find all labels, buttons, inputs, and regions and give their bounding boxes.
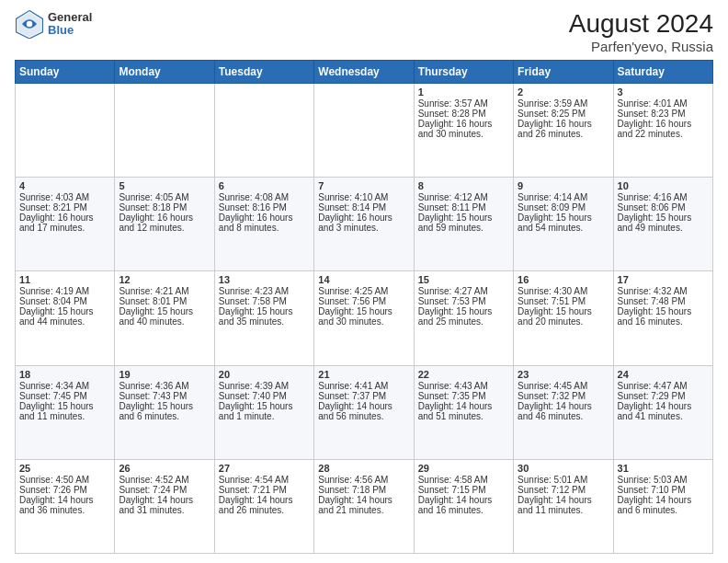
day-info: Daylight: 14 hours and 21 minutes. [318, 495, 409, 515]
logo-text: General Blue [48, 11, 92, 38]
day-info: Sunrise: 4:36 AM [119, 381, 210, 391]
day-info: Sunset: 8:01 PM [119, 296, 210, 306]
header: General Blue August 2024 Parfen'yevo, Ru… [15, 9, 713, 54]
week-row-4: 18Sunrise: 4:34 AMSunset: 7:45 PMDayligh… [16, 365, 713, 459]
day-info: Sunrise: 4:03 AM [19, 192, 110, 202]
day-number: 19 [119, 369, 210, 380]
calendar-cell: 10Sunrise: 4:16 AMSunset: 8:06 PMDayligh… [613, 178, 712, 271]
calendar-cell: 18Sunrise: 4:34 AMSunset: 7:45 PMDayligh… [16, 365, 115, 459]
day-info: Daylight: 14 hours and 11 minutes. [518, 495, 609, 515]
day-info: Daylight: 15 hours and 30 minutes. [318, 306, 409, 327]
calendar-cell: 29Sunrise: 4:58 AMSunset: 7:15 PMDayligh… [414, 459, 513, 553]
day-info: Sunrise: 4:05 AM [119, 192, 210, 202]
day-number: 10 [618, 180, 709, 191]
day-number: 5 [119, 180, 210, 191]
calendar-cell: 11Sunrise: 4:19 AMSunset: 8:04 PMDayligh… [16, 271, 115, 365]
day-info: Sunrise: 4:50 AM [19, 475, 110, 485]
day-info: Sunset: 8:06 PM [618, 202, 709, 213]
day-info: Sunrise: 4:52 AM [119, 475, 210, 485]
days-row: SundayMondayTuesdayWednesdayThursdayFrid… [16, 61, 713, 84]
day-info: Sunset: 8:21 PM [19, 202, 110, 213]
calendar-cell: 24Sunrise: 4:47 AMSunset: 7:29 PMDayligh… [613, 365, 712, 459]
calendar-cell: 28Sunrise: 4:56 AMSunset: 7:18 PMDayligh… [314, 459, 414, 553]
day-info: Daylight: 14 hours and 6 minutes. [618, 495, 709, 515]
day-header-saturday: Saturday [613, 61, 712, 84]
day-info: Sunrise: 4:30 AM [518, 286, 609, 296]
day-info: Sunset: 7:10 PM [618, 485, 709, 495]
day-number: 11 [19, 274, 110, 285]
day-number: 20 [219, 369, 310, 380]
day-info: Sunset: 7:58 PM [219, 296, 310, 306]
calendar-cell: 26Sunrise: 4:52 AMSunset: 7:24 PMDayligh… [115, 459, 214, 553]
logo: General Blue [15, 9, 92, 39]
day-number: 14 [318, 274, 409, 285]
day-number: 9 [518, 180, 609, 191]
day-info: Sunset: 8:25 PM [518, 109, 609, 119]
calendar-cell: 30Sunrise: 5:01 AMSunset: 7:12 PMDayligh… [514, 459, 613, 553]
day-info: Sunrise: 4:54 AM [219, 475, 310, 485]
day-number: 27 [219, 463, 310, 474]
day-info: Sunset: 7:51 PM [518, 296, 609, 306]
day-number: 15 [418, 274, 509, 285]
day-info: Sunrise: 4:21 AM [119, 286, 210, 296]
day-info: Sunrise: 4:43 AM [418, 381, 509, 391]
calendar-cell: 9Sunrise: 4:14 AMSunset: 8:09 PMDaylight… [514, 178, 613, 271]
calendar-cell: 4Sunrise: 4:03 AMSunset: 8:21 PMDaylight… [16, 178, 115, 271]
day-header-wednesday: Wednesday [314, 61, 414, 84]
day-number: 28 [318, 463, 409, 474]
day-info: Daylight: 16 hours and 17 minutes. [19, 213, 110, 233]
calendar-cell: 1Sunrise: 3:57 AMSunset: 8:28 PMDaylight… [414, 84, 513, 178]
day-info: Daylight: 16 hours and 8 minutes. [219, 213, 310, 233]
day-number: 26 [119, 463, 210, 474]
day-info: Daylight: 15 hours and 1 minute. [219, 401, 310, 421]
day-info: Sunrise: 4:25 AM [318, 286, 409, 296]
day-info: Daylight: 14 hours and 46 minutes. [518, 401, 609, 421]
day-number: 3 [618, 86, 709, 98]
calendar-cell: 31Sunrise: 5:03 AMSunset: 7:10 PMDayligh… [613, 459, 712, 553]
day-info: Sunset: 7:48 PM [618, 296, 709, 306]
day-info: Sunset: 7:45 PM [19, 391, 110, 401]
day-info: Sunset: 7:24 PM [119, 485, 210, 495]
week-row-3: 11Sunrise: 4:19 AMSunset: 8:04 PMDayligh… [16, 271, 713, 365]
day-info: Daylight: 15 hours and 44 minutes. [19, 306, 110, 327]
day-info: Sunset: 7:26 PM [19, 485, 110, 495]
day-header-sunday: Sunday [16, 61, 115, 84]
location: Parfen'yevo, Russia [569, 39, 713, 54]
calendar-cell [314, 84, 414, 178]
day-info: Sunset: 8:16 PM [219, 202, 310, 213]
day-info: Sunset: 8:18 PM [119, 202, 210, 213]
day-number: 16 [518, 274, 609, 285]
day-info: Sunset: 7:15 PM [418, 485, 509, 495]
day-info: Daylight: 15 hours and 54 minutes. [518, 213, 609, 233]
day-info: Daylight: 15 hours and 40 minutes. [119, 306, 210, 327]
day-info: Sunset: 7:29 PM [618, 391, 709, 401]
day-info: Sunrise: 5:03 AM [618, 475, 709, 485]
day-info: Sunrise: 4:47 AM [618, 381, 709, 391]
day-number: 31 [618, 463, 709, 474]
day-info: Daylight: 15 hours and 59 minutes. [418, 213, 509, 233]
calendar-cell: 7Sunrise: 4:10 AMSunset: 8:14 PMDaylight… [314, 178, 414, 271]
day-info: Daylight: 14 hours and 51 minutes. [418, 401, 509, 421]
day-info: Daylight: 16 hours and 3 minutes. [318, 213, 409, 233]
page: General Blue August 2024 Parfen'yevo, Ru… [0, 0, 728, 563]
svg-point-2 [27, 21, 32, 27]
day-info: Sunset: 8:23 PM [618, 109, 709, 119]
calendar-cell: 19Sunrise: 4:36 AMSunset: 7:43 PMDayligh… [115, 365, 214, 459]
calendar-table: SundayMondayTuesdayWednesdayThursdayFrid… [15, 60, 713, 554]
day-info: Sunrise: 4:39 AM [219, 381, 310, 391]
day-info: Sunrise: 4:01 AM [618, 98, 709, 109]
calendar-cell: 15Sunrise: 4:27 AMSunset: 7:53 PMDayligh… [414, 271, 513, 365]
calendar-cell: 2Sunrise: 3:59 AMSunset: 8:25 PMDaylight… [514, 84, 613, 178]
calendar-cell: 8Sunrise: 4:12 AMSunset: 8:11 PMDaylight… [414, 178, 513, 271]
calendar-cell: 22Sunrise: 4:43 AMSunset: 7:35 PMDayligh… [414, 365, 513, 459]
calendar-cell: 20Sunrise: 4:39 AMSunset: 7:40 PMDayligh… [214, 365, 313, 459]
day-info: Daylight: 14 hours and 36 minutes. [19, 495, 110, 515]
month-year: August 2024 [569, 9, 713, 39]
day-number: 13 [219, 274, 310, 285]
day-info: Daylight: 16 hours and 22 minutes. [618, 119, 709, 139]
logo-blue: Blue [48, 24, 92, 37]
day-info: Sunset: 8:14 PM [318, 202, 409, 213]
day-info: Daylight: 15 hours and 25 minutes. [418, 306, 509, 327]
day-number: 21 [318, 369, 409, 380]
day-info: Sunset: 8:28 PM [418, 109, 509, 119]
